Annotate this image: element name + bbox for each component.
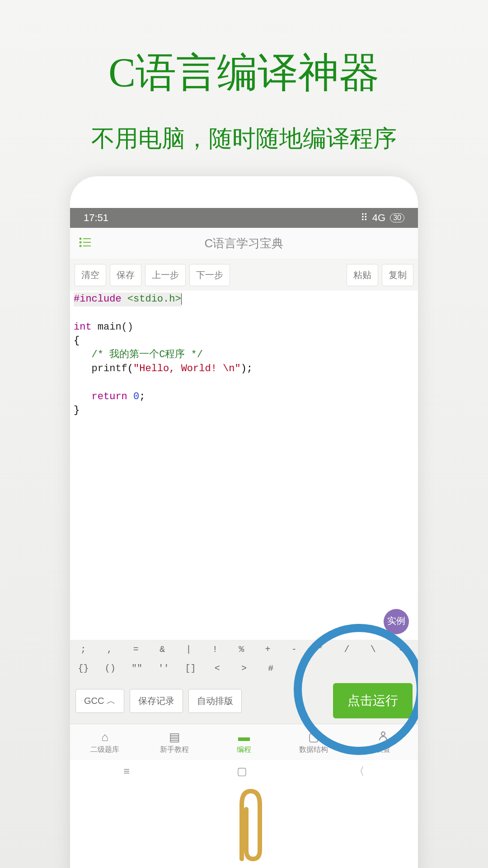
nav-data-structure[interactable]: ▢ 数据结构	[279, 724, 348, 760]
sym-semicolon[interactable]: ;	[70, 644, 96, 655]
sym-pipe[interactable]: |	[175, 644, 202, 655]
bottom-toolbar: GCC ︿ 保存记录 自动排版 点击运行	[70, 678, 418, 724]
sym-equals[interactable]: =	[123, 644, 149, 655]
backspace-icon[interactable]: ⌫	[386, 644, 418, 655]
nav-coding[interactable]: ▬ 编程	[209, 724, 279, 760]
sym-hash[interactable]: #	[258, 663, 284, 674]
run-button[interactable]: 点击运行	[333, 683, 413, 718]
auto-format-button[interactable]: 自动排版	[188, 689, 242, 713]
sym-dquotes[interactable]: ""	[123, 663, 150, 674]
sym-star[interactable]: *	[307, 644, 333, 655]
symbol-row-1: ; , = & | ! % + - * / \ ⌫	[70, 640, 418, 659]
code-editor[interactable]: #include <stdio.h> int main() { /* 我的第一个…	[70, 291, 418, 640]
symbol-row-2: {} () "" '' [] < > # .	[70, 659, 418, 678]
phone-mockup: 17:51 ⠿ 4G 30 C语言学习宝典 清空 保存 上一步 下一步 粘贴 复…	[70, 176, 418, 868]
save-button[interactable]: 保存	[110, 264, 141, 286]
nav-settings[interactable]: 设置	[348, 724, 418, 760]
editor-toolbar: 清空 保存 上一步 下一步 粘贴 复制	[70, 259, 418, 291]
svg-point-2	[80, 241, 81, 243]
status-bar: 17:51 ⠿ 4G 30	[70, 208, 418, 228]
home-sys-icon[interactable]: ▢	[237, 765, 247, 778]
system-nav: ≡ ▢ 〈	[70, 760, 418, 783]
sym-comma[interactable]: ,	[96, 644, 122, 655]
sym-brackets[interactable]: []	[177, 663, 204, 674]
sym-dot[interactable]: .	[284, 663, 311, 674]
sym-slash[interactable]: /	[333, 644, 360, 655]
monitor-icon: ▬	[238, 730, 250, 744]
status-time: 17:51	[84, 212, 108, 224]
compiler-select[interactable]: GCC ︿	[75, 689, 124, 713]
battery-icon: 30	[390, 213, 404, 222]
redo-button[interactable]: 下一步	[189, 264, 230, 286]
book-icon: ▤	[169, 730, 180, 744]
sym-parens[interactable]: ()	[97, 663, 123, 674]
app-title: C语言学习宝典	[97, 236, 409, 251]
svg-point-6	[381, 732, 385, 736]
home-icon: ⌂	[101, 730, 108, 744]
paste-button[interactable]: 粘贴	[347, 264, 378, 286]
data-icon: ▢	[308, 730, 319, 744]
recent-icon[interactable]: ≡	[123, 765, 130, 778]
svg-point-4	[80, 245, 81, 246]
sym-minus[interactable]: -	[281, 644, 307, 655]
sym-backslash[interactable]: \	[360, 644, 386, 655]
signal-icon: ⠿	[361, 212, 368, 224]
sym-percent[interactable]: %	[228, 644, 254, 655]
hero-subtitle: 不用电脑，随时随地编译程序	[0, 123, 488, 155]
chevron-up-icon: ︿	[107, 695, 116, 707]
sym-squotes[interactable]: ''	[150, 663, 177, 674]
bottom-nav: ⌂ 二级题库 ▤ 新手教程 ▬ 编程 ▢ 数据结构 设置	[70, 724, 418, 760]
svg-point-0	[80, 238, 81, 239]
hero-title: C语言编译神器	[0, 45, 488, 100]
clear-button[interactable]: 清空	[75, 264, 106, 286]
copy-button[interactable]: 复制	[382, 264, 413, 286]
app-header: C语言学习宝典	[70, 228, 418, 259]
menu-icon[interactable]	[79, 236, 97, 251]
sym-bang[interactable]: !	[202, 644, 228, 655]
undo-button[interactable]: 上一步	[145, 264, 186, 286]
sym-plus[interactable]: +	[254, 644, 281, 655]
sym-gt[interactable]: >	[230, 663, 257, 674]
sym-braces[interactable]: {}	[70, 663, 97, 674]
sym-amp[interactable]: &	[149, 644, 175, 655]
nav-question-bank[interactable]: ⌂ 二级题库	[70, 724, 140, 760]
save-record-button[interactable]: 保存记录	[130, 689, 183, 713]
network-label: 4G	[372, 212, 385, 224]
person-icon	[378, 730, 389, 744]
nav-tutorial[interactable]: ▤ 新手教程	[140, 724, 209, 760]
example-badge[interactable]: 实例	[384, 609, 409, 634]
back-icon[interactable]: 〈	[354, 764, 365, 778]
sym-lt[interactable]: <	[204, 663, 230, 674]
